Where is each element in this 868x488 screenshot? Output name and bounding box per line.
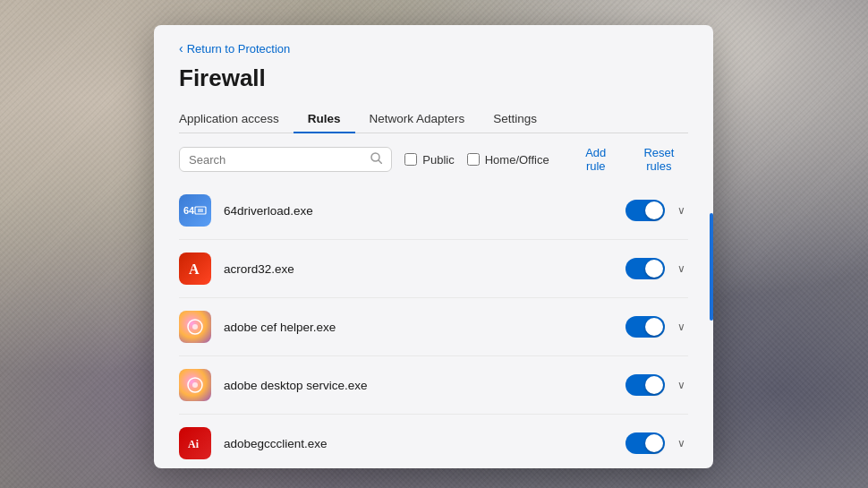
tab-bar: Application access Rules Network Adapter… (179, 105, 688, 133)
add-rule-button[interactable]: Add rule (574, 146, 617, 173)
svg-point-8 (192, 382, 198, 388)
rule-item: Aacrord32.exe∨ (179, 240, 688, 298)
rule-toggle[interactable] (625, 432, 665, 454)
svg-rect-3 (198, 209, 203, 212)
chevron-down-icon[interactable]: ∨ (674, 379, 688, 391)
public-checkbox[interactable] (404, 153, 417, 166)
app-icon: Ai (179, 427, 211, 459)
app-name: adobe desktop service.exe (224, 379, 613, 392)
reset-rules-button[interactable]: Reset rules (630, 146, 688, 173)
app-icon (179, 311, 211, 343)
rule-toggle[interactable] (625, 200, 665, 221)
app-name: adobegccclient.exe (224, 437, 613, 450)
rule-item: Aiadobegccclient.exe∨ (179, 415, 688, 468)
back-chevron-icon: ‹ (179, 41, 183, 56)
rule-toggle[interactable] (625, 258, 665, 279)
search-icon (370, 152, 382, 167)
tab-network-adapters[interactable]: Network Adapters (355, 105, 480, 133)
chevron-down-icon[interactable]: ∨ (674, 262, 688, 275)
chevron-down-icon[interactable]: ∨ (674, 204, 688, 217)
search-box[interactable] (179, 147, 392, 172)
app-icon (179, 369, 211, 401)
search-input[interactable] (189, 153, 365, 167)
toolbar: Public Home/Office Add rule Reset rules (179, 133, 688, 182)
scrollbar-accent (710, 213, 713, 321)
svg-point-6 (192, 324, 198, 330)
tab-rules[interactable]: Rules (294, 105, 355, 133)
tab-settings[interactable]: Settings (479, 105, 551, 133)
tab-application-access[interactable]: Application access (179, 105, 294, 133)
home-office-label: Home/Office (485, 153, 549, 167)
toggle-container: ∨ (625, 316, 688, 338)
toggle-container: ∨ (625, 258, 688, 279)
app-icon: A (179, 253, 211, 285)
svg-text:A: A (189, 261, 200, 277)
app-name: acrord32.exe (224, 262, 613, 276)
app-icon: 64 (179, 194, 211, 227)
firewall-panel: ‹ Return to Protection Firewall Applicat… (154, 25, 713, 468)
svg-text:Ai: Ai (188, 438, 200, 450)
svg-line-1 (379, 160, 382, 164)
back-link[interactable]: ‹ Return to Protection (179, 41, 688, 56)
toggle-container: ∨ (625, 200, 688, 221)
page-title: Firewall (179, 64, 688, 92)
rule-item: 6464driverload.exe∨ (179, 182, 688, 240)
rule-toggle[interactable] (625, 316, 665, 338)
chevron-down-icon[interactable]: ∨ (674, 321, 688, 333)
toggle-container: ∨ (625, 432, 688, 454)
app-name: 64driverload.exe (224, 204, 613, 218)
home-office-checkbox[interactable] (467, 153, 480, 166)
public-label: Public (422, 153, 454, 167)
toggle-container: ∨ (625, 374, 688, 396)
home-office-checkbox-group[interactable]: Home/Office (467, 153, 549, 167)
app-name: adobe cef helper.exe (224, 321, 613, 334)
chevron-down-icon[interactable]: ∨ (674, 437, 688, 449)
rules-list: 6464driverload.exe∨Aacrord32.exe∨adobe c… (154, 182, 713, 468)
rule-item: adobe cef helper.exe∨ (179, 298, 688, 356)
rule-item: adobe desktop service.exe∨ (179, 356, 688, 415)
public-checkbox-group[interactable]: Public (404, 153, 454, 167)
rule-toggle[interactable] (625, 374, 665, 396)
back-link-label: Return to Protection (187, 42, 291, 56)
